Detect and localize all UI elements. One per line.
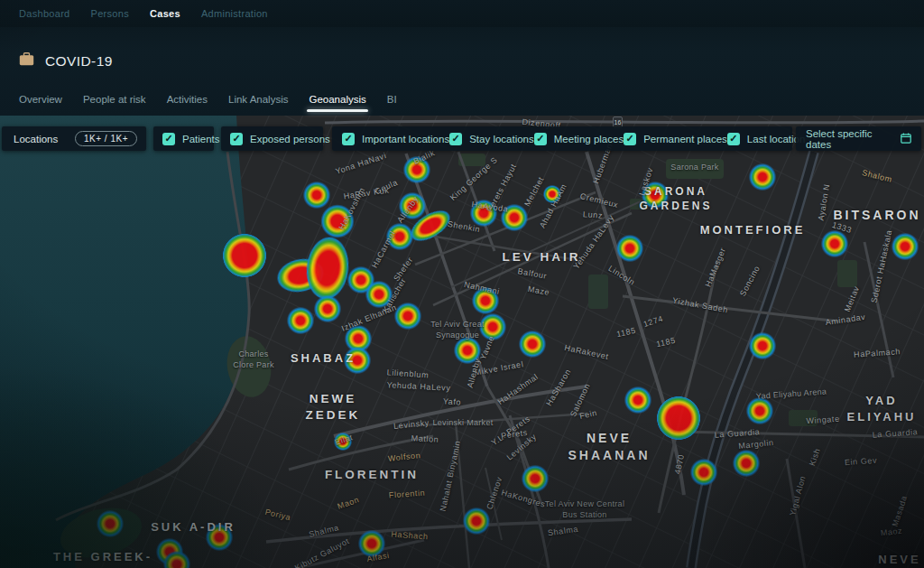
- filter-checkbox-permanent-places[interactable]: ✓Permanent places: [624, 133, 727, 145]
- briefcase-icon: [19, 52, 34, 70]
- heat-point[interactable]: [541, 183, 563, 205]
- checkbox-checked-icon[interactable]: ✓: [449, 133, 462, 145]
- case-tabs: OverviewPeople at riskActivitiesLink Ana…: [19, 94, 397, 112]
- heat-point[interactable]: [614, 232, 646, 265]
- case-header: COVID-19: [19, 52, 113, 70]
- tab-people-at-risk[interactable]: People at risk: [83, 94, 146, 112]
- locations-count-pill: 1K+ / 1K+: [75, 131, 137, 146]
- filter-checkbox-exposed-persons[interactable]: ✓Exposed persons: [230, 133, 330, 145]
- heat-point[interactable]: [94, 507, 126, 540]
- filter-checkbox-label: Permanent places: [643, 134, 727, 144]
- heat-point[interactable]: [460, 505, 493, 537]
- checkbox-checked-icon[interactable]: ✓: [624, 133, 636, 145]
- tab-overview[interactable]: Overview: [19, 94, 62, 112]
- select-dates-label: Select specific dates: [806, 128, 893, 150]
- heat-point[interactable]: [818, 228, 851, 260]
- filter-checkbox-last-location[interactable]: ✓Last location: [727, 133, 806, 145]
- tab-geoanalysis[interactable]: Geoanalysis: [309, 94, 365, 112]
- heat-point[interactable]: [203, 521, 236, 554]
- locations-summary[interactable]: Locations 1K+ / 1K+: [2, 126, 146, 151]
- heat-point[interactable]: [653, 393, 705, 444]
- nav-item-cases[interactable]: Cases: [150, 8, 180, 19]
- main-navbar: DashboardPersonsCasesAdministration: [0, 0, 924, 27]
- tab-link-analysis[interactable]: Link Analysis: [228, 94, 288, 112]
- heat-point[interactable]: [498, 201, 531, 234]
- heat-point[interactable]: [341, 344, 374, 377]
- select-dates-button[interactable]: Select specific dates: [796, 126, 921, 151]
- map-filter-bar: Locations 1K+ / 1K+ ✓Patients ✓Exposed p…: [0, 126, 924, 151]
- heat-point[interactable]: [392, 300, 424, 332]
- tab-bi[interactable]: BI: [387, 94, 397, 112]
- page-title: COVID-19: [45, 53, 113, 70]
- nav-item-dashboard[interactable]: Dashboard: [19, 8, 70, 19]
- tab-activities[interactable]: Activities: [167, 94, 208, 112]
- nav-item-persons[interactable]: Persons: [91, 8, 129, 19]
- heat-point[interactable]: [730, 447, 762, 480]
- heat-point[interactable]: [688, 456, 720, 489]
- top-chrome: DashboardPersonsCasesAdministration COVI…: [0, 0, 924, 116]
- checkbox-checked-icon[interactable]: ✓: [162, 133, 175, 145]
- heat-point[interactable]: [219, 230, 271, 282]
- calendar-icon: [901, 131, 911, 147]
- checkbox-checked-icon[interactable]: ✓: [727, 133, 740, 145]
- filter-chip-exposed[interactable]: ✓Exposed persons: [221, 126, 323, 151]
- filter-checkbox-label: Stay locations: [469, 134, 534, 144]
- checkbox-checked-icon[interactable]: ✓: [534, 133, 547, 145]
- heat-point[interactable]: [519, 462, 551, 495]
- filter-checkbox-meeting-places[interactable]: ✓Meeting places: [534, 133, 624, 145]
- heat-point[interactable]: [516, 328, 549, 360]
- heat-point[interactable]: [363, 278, 395, 311]
- app-window: SARONA GARDENSMONTEFIOREBITSARONLEV HAIR…: [0, 0, 924, 568]
- filter-checkbox-label: Exposed persons: [250, 134, 330, 144]
- checkbox-checked-icon[interactable]: ✓: [342, 133, 355, 145]
- heat-point[interactable]: [744, 395, 776, 427]
- map-canvas[interactable]: SARONA GARDENSMONTEFIOREBITSARONLEV HAIR…: [0, 116, 924, 568]
- heat-point[interactable]: [332, 431, 354, 452]
- heat-point[interactable]: [746, 161, 779, 193]
- filter-checkbox-stay-locations[interactable]: ✓Stay locations: [449, 133, 534, 145]
- heat-point[interactable]: [451, 334, 484, 367]
- filter-chip-group: ✓Important locations✓Stay locations✓Meet…: [332, 126, 792, 151]
- checkbox-checked-icon[interactable]: ✓: [230, 133, 243, 145]
- locations-label: Locations: [14, 134, 58, 144]
- heat-point[interactable]: [467, 197, 500, 229]
- heat-point[interactable]: [476, 311, 509, 343]
- heat-point[interactable]: [639, 179, 671, 211]
- filter-checkbox-label: Patients: [182, 134, 220, 144]
- filter-checkbox-important-locations[interactable]: ✓Important locations: [342, 133, 449, 145]
- heat-point[interactable]: [889, 230, 921, 263]
- heat-point[interactable]: [622, 384, 654, 416]
- filter-checkbox-label: Important locations: [362, 134, 449, 144]
- heat-point[interactable]: [356, 527, 388, 560]
- heat-point[interactable]: [746, 330, 779, 362]
- filter-checkbox-patients[interactable]: ✓Patients: [162, 133, 220, 145]
- heat-point[interactable]: [284, 304, 317, 337]
- filter-checkbox-label: Meeting places: [554, 134, 624, 144]
- filter-chip-patients[interactable]: ✓Patients: [153, 126, 214, 151]
- nav-item-administration[interactable]: Administration: [201, 8, 268, 19]
- heat-point[interactable]: [401, 154, 433, 186]
